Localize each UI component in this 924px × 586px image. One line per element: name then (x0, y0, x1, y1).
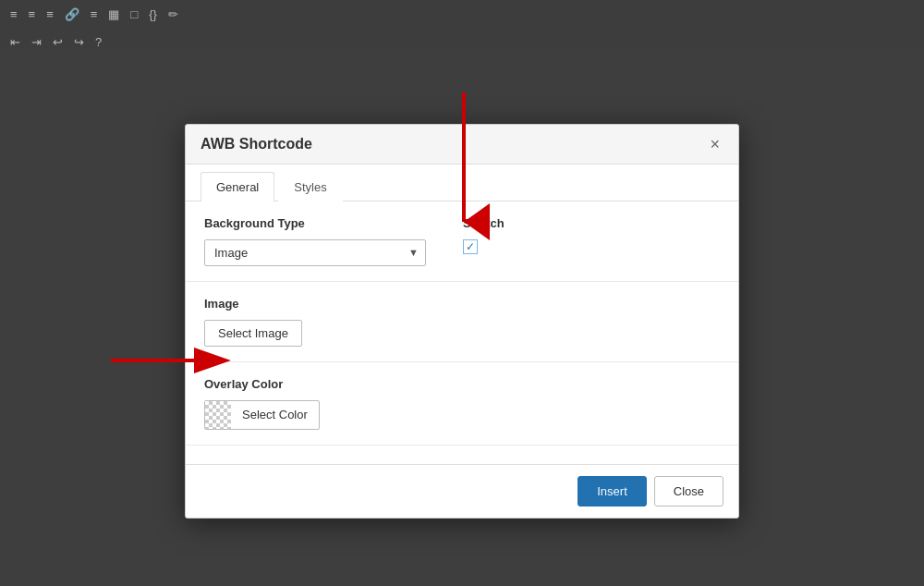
select-color-label: Select Color (231, 403, 319, 426)
modal-header: AWB Shortcode × (186, 125, 738, 165)
align-right-icon[interactable]: ≡ (43, 6, 56, 22)
image-section: Image Select Image (186, 282, 738, 362)
undo-icon[interactable]: ↩ (50, 34, 66, 50)
align-center-icon[interactable]: ≡ (26, 6, 39, 22)
stretch-label: Stretch (463, 216, 720, 230)
stretch-checkbox-wrapper: ✓ (463, 239, 720, 254)
toolbar-row-1: ≡ ≡ ≡ 🔗 ≡ ▦ □ {} ✏ (0, 0, 924, 28)
color-checker-icon (205, 401, 231, 429)
checkmark-icon: ✓ (466, 240, 475, 253)
modal-overlay: AWB Shortcode × General Styles Backgroun… (0, 55, 924, 586)
grid-icon[interactable]: ▦ (105, 6, 122, 22)
modal-title: AWB Shortcode (201, 136, 312, 153)
image-icon[interactable]: □ (128, 6, 140, 22)
background-type-select-wrapper: Image Color Video None ▼ (204, 239, 426, 266)
overlay-color-section: Overlay Color Select Color (186, 362, 738, 446)
list-icon[interactable]: ≡ (88, 6, 101, 22)
help-icon[interactable]: ? (92, 34, 104, 50)
edit-icon[interactable]: ✏ (165, 6, 181, 22)
modal-dialog: AWB Shortcode × General Styles Backgroun… (185, 124, 739, 519)
outdent-icon[interactable]: ⇤ (7, 34, 23, 50)
overlay-color-label: Overlay Color (204, 377, 720, 391)
close-button[interactable]: Close (654, 476, 723, 507)
select-image-button[interactable]: Select Image (204, 320, 302, 347)
modal-body: Background Type Image Color Video None ▼ (186, 201, 738, 464)
modal-tabs: General Styles (186, 165, 738, 201)
redo-icon[interactable]: ↪ (71, 34, 87, 50)
stretch-group: Stretch ✓ (463, 216, 720, 254)
background-type-select[interactable]: Image Color Video None (204, 239, 426, 266)
stretch-checkbox[interactable]: ✓ (463, 239, 478, 254)
modal-close-button[interactable]: × (706, 136, 723, 153)
tab-general[interactable]: General (201, 172, 274, 201)
image-label: Image (204, 297, 720, 311)
background-type-group: Background Type Image Color Video None ▼ (204, 216, 426, 266)
toolbar-row-2: ⇤ ⇥ ↩ ↪ ? (0, 28, 924, 55)
background-type-section: Background Type Image Color Video None ▼ (186, 201, 738, 282)
background-type-label: Background Type (204, 216, 426, 230)
indent-icon[interactable]: ⇥ (29, 34, 44, 50)
code-icon[interactable]: {} (146, 6, 160, 22)
tab-styles[interactable]: Styles (278, 172, 342, 201)
modal-footer: Insert Close (186, 464, 738, 518)
align-left-icon[interactable]: ≡ (7, 6, 20, 22)
select-color-button[interactable]: Select Color (204, 400, 320, 430)
link-icon[interactable]: 🔗 (62, 6, 82, 22)
insert-button[interactable]: Insert (578, 476, 647, 507)
